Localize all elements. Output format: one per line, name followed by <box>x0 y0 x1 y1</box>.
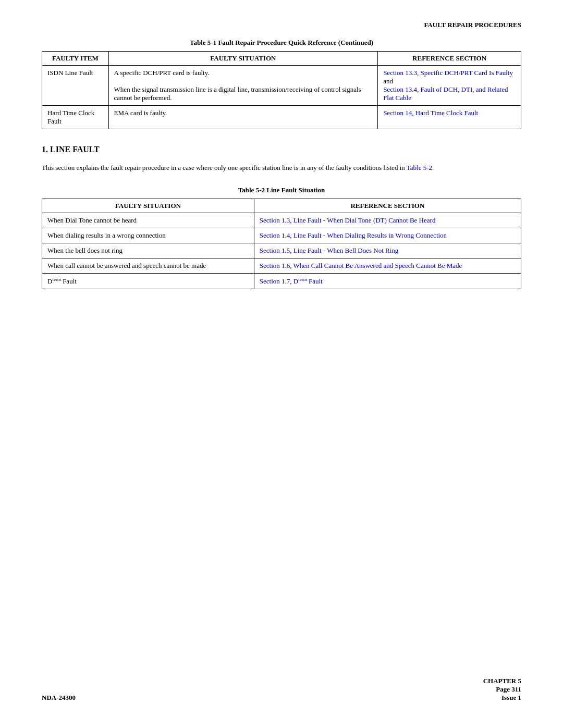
table2-row1-link[interactable]: Section 1.3, Line Fault - When Dial Tone… <box>260 216 436 224</box>
table1-row2-link[interactable]: Section 14, Hard Time Clock Fault <box>383 109 478 117</box>
footer-issue: Issue 1 <box>501 694 521 701</box>
footer-chapter: CHAPTER 5 <box>483 677 521 685</box>
table1-col2: FAULTY SITUATION <box>108 52 378 66</box>
page-footer: NDA-24300 CHAPTER 5 Page 311 Issue 1 <box>42 677 521 702</box>
table2: FAULTY SITUATION REFERENCE SECTION When … <box>42 199 521 289</box>
table1-row2-item: Hard Time Clock Fault <box>42 106 109 129</box>
header-title: FAULT REPAIR PROCEDURES <box>424 21 521 29</box>
table2-row5-situation: Dterm Fault <box>42 273 254 289</box>
table2-row2-reference: Section 1.4, Line Fault - When Dialing R… <box>254 228 521 243</box>
table-row: ISDN Line Fault A specific DCH/PRT card … <box>42 66 521 106</box>
table-row: Hard Time Clock Fault EMA card is faulty… <box>42 106 521 129</box>
table-row: When call cannot be answered and speech … <box>42 258 521 273</box>
table2-row5-link[interactable]: Section 1.7, Dterm Fault <box>260 277 323 285</box>
table-row: When dialing results in a wrong connecti… <box>42 228 521 243</box>
table1-row2-situation: EMA card is faulty. <box>108 106 378 129</box>
table2-row4-situation: When call cannot be answered and speech … <box>42 258 254 273</box>
table52-link[interactable]: Table 5-2 <box>407 164 432 171</box>
table2-row2-link[interactable]: Section 1.4, Line Fault - When Dialing R… <box>260 231 447 239</box>
table2-row5-reference: Section 1.7, Dterm Fault <box>254 273 521 289</box>
footer-left: NDA-24300 <box>42 694 76 702</box>
table2-title: Table 5-2 Line Fault Situation <box>42 186 521 194</box>
table-row: Dterm Fault Section 1.7, Dterm Fault <box>42 273 521 289</box>
table1-row1-item: ISDN Line Fault <box>42 66 109 106</box>
table2-row1-situation: When Dial Tone cannot be heard <box>42 213 254 228</box>
table2-row3-reference: Section 1.5, Line Fault - When Bell Does… <box>254 243 521 258</box>
table2-row2-situation: When dialing results in a wrong connecti… <box>42 228 254 243</box>
table2-row1-reference: Section 1.3, Line Fault - When Dial Tone… <box>254 213 521 228</box>
table1-col1: FAULTY ITEM <box>42 52 109 66</box>
table2-row3-situation: When the bell does not ring <box>42 243 254 258</box>
table2-row3-link[interactable]: Section 1.5, Line Fault - When Bell Does… <box>260 246 399 254</box>
table1-row1-link1[interactable]: Section 13.3, Specific DCH/PRT Card Is F… <box>383 69 513 77</box>
table1-row1-situation: A specific DCH/PRT card is faulty. When … <box>108 66 378 106</box>
table1-title: Table 5-1 Fault Repair Procedure Quick R… <box>42 39 521 47</box>
table1-row1-reference: Section 13.3, Specific DCH/PRT Card Is F… <box>378 66 521 106</box>
table2-row4-reference: Section 1.6, When Call Cannot Be Answere… <box>254 258 521 273</box>
footer-page: Page 311 <box>496 685 521 693</box>
table1-row1-link2[interactable]: Section 13.4, Fault of DCH, DTI, and Rel… <box>383 85 508 102</box>
table1-col3: REFERENCE SECTION <box>378 52 521 66</box>
table-row: When the bell does not ring Section 1.5,… <box>42 243 521 258</box>
section1-body: This section explains the fault repair p… <box>42 163 521 174</box>
table2-col2: REFERENCE SECTION <box>254 199 521 213</box>
table1: FAULTY ITEM FAULTY SITUATION REFERENCE S… <box>42 51 521 129</box>
section1-heading: 1. LINE FAULT <box>42 145 521 154</box>
footer-right: CHAPTER 5 Page 311 Issue 1 <box>483 677 521 702</box>
table2-row4-link[interactable]: Section 1.6, When Call Cannot Be Answere… <box>260 262 462 269</box>
footer-doc-number: NDA-24300 <box>42 694 76 701</box>
table-row: When Dial Tone cannot be heard Section 1… <box>42 213 521 228</box>
table1-row2-reference: Section 14, Hard Time Clock Fault <box>378 106 521 129</box>
table2-col1: FAULTY SITUATION <box>42 199 254 213</box>
page-header: FAULT REPAIR PROCEDURES <box>42 21 521 29</box>
